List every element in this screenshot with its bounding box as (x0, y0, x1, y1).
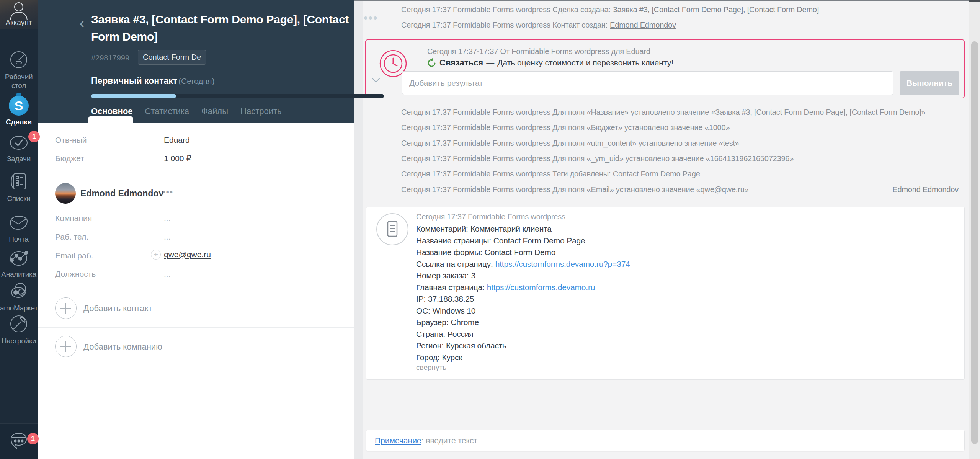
note-line: Регион:Курская область (416, 340, 630, 352)
field-row-email: Email раб. + qwe@qwe.ru (38, 251, 354, 263)
note-line: Номер заказа:3 (416, 270, 630, 282)
note-line: Главная страница:https://customforms.dev… (416, 282, 630, 294)
field-row-responsible: Отв-ный Eduard (38, 136, 354, 147)
field-value[interactable]: Eduard (164, 136, 190, 145)
pipeline-progress-fill (91, 94, 176, 98)
task-result-input[interactable] (402, 71, 893, 95)
feed-event: Сегодня 17:37 Formidable Forms wordpress… (401, 5, 959, 16)
sidebar-item-amomarket[interactable]: amoМаркет (0, 282, 38, 312)
field-value[interactable]: ... (164, 270, 171, 279)
contact-name[interactable]: Edmond Edmondov (80, 188, 163, 199)
note-input-bar[interactable]: Примечание: введите текст (366, 430, 965, 451)
add-contact-label: Добавить контакт (83, 304, 152, 314)
lead-title[interactable]: Заявка #3, [Contact Form Demo Page], [Co… (91, 11, 351, 45)
more-menu-icon[interactable]: ••• (364, 11, 378, 25)
task-line: Связаться — Дать оценку стоимости и пере… (427, 58, 673, 68)
event-contact-link[interactable]: Edmond Edmondov (892, 185, 959, 196)
divider (38, 366, 354, 366)
tab-statistics[interactable]: Статистика (145, 106, 189, 116)
field-value[interactable]: 1 000 ₽ (164, 154, 191, 163)
account-avatar-icon (7, 1, 30, 20)
sidebar-item-settings[interactable]: Настройки (0, 315, 38, 345)
lead-tabs: Основное Статистика Файлы Настроить (91, 106, 282, 116)
tab-main[interactable]: Основное (91, 106, 133, 116)
note-line: Название страницы:Contact Form Demo Page (416, 235, 630, 247)
contact-email-link[interactable]: qwe@qwe.ru (164, 250, 211, 259)
amocrm-app: Аккаунт Рабочий стол S Сделки (0, 0, 980, 459)
feed-event: Сегодня 17:37 Formidable Forms wordpress… (401, 123, 959, 134)
event-text: Сегодня 17:37 Formidable Forms wordpress… (401, 123, 730, 134)
contact-avatar[interactable] (55, 183, 76, 204)
divider (38, 178, 354, 178)
feed-event: Сегодня 17:37 Formidable Forms wordpress… (401, 170, 959, 180)
note-placeholder: : введите текст (421, 436, 477, 445)
note-collapse-link[interactable]: свернуть (416, 363, 446, 372)
account-label: Аккаунт (0, 18, 38, 27)
sidebar-item-label: amoМаркет (0, 304, 38, 312)
sidebar-item-lists[interactable]: Списки (0, 172, 38, 203)
scrollbar-thumb[interactable] (971, 41, 978, 444)
chat-icon[interactable]: 1 (9, 431, 29, 451)
chat-badge: 1 (27, 433, 39, 444)
scrollbar-track[interactable] (969, 0, 980, 459)
task-complete-button[interactable]: Выполнить (900, 71, 959, 95)
sidebar-item-analytics[interactable]: Аналитика (0, 250, 38, 279)
tab-files[interactable]: Файлы (201, 106, 228, 116)
pipeline-date: (Сегодня) (178, 77, 214, 86)
field-label: Раб. тел. (55, 232, 88, 242)
plus-icon (55, 297, 77, 319)
sidebar-item-label: Задачи (0, 154, 38, 163)
note-line: Ссылка на страницу:https://customforms.d… (416, 258, 630, 270)
lead-tag-chip[interactable]: Contact Form De (138, 50, 206, 65)
field-label: Отв-ный (55, 136, 87, 145)
task-meta: Сегодня 17:37-17:37 От Formidable Forms … (427, 47, 650, 56)
add-company-button[interactable]: Добавить компанию (38, 327, 354, 366)
note-line: ОС:Windows 10 (416, 305, 630, 317)
sidebar-item-account[interactable]: Аккаунт (0, 0, 38, 29)
tab-setup[interactable]: Настроить (240, 106, 282, 116)
sidebar-item-mail[interactable]: Почта (0, 214, 38, 243)
event-text: Сегодня 17:37 Formidable Forms wordpress… (401, 185, 749, 196)
pipeline-status[interactable]: Первичный контакт (91, 76, 177, 86)
add-contact-button[interactable]: Добавить контакт (38, 289, 354, 327)
event-text: Сегодня 17:37 Formidable Forms wordpress… (401, 154, 794, 165)
note-line: Название формы:Contact Form Demo (416, 247, 630, 258)
top-border-line (354, 0, 980, 1)
sidebar-item-label: Списки (0, 194, 38, 203)
field-label: Email раб. (55, 251, 93, 260)
task-type[interactable]: Связаться (439, 58, 483, 68)
feed-event: Сегодня 17:37 Formidable Forms wordpress… (401, 139, 959, 150)
field-label: Должность (55, 270, 96, 279)
event-text: Сегодня 17:37 Formidable Forms wordpress… (401, 170, 700, 180)
lead-panel: ‹ Заявка #3, [Contact Form Demo Page], [… (38, 0, 354, 459)
field-value[interactable]: ... (164, 232, 171, 242)
event-text: Сегодня 17:37 Formidable Forms wordpress… (401, 139, 739, 150)
sidebar-item-tasks[interactable]: 1 Задачи (0, 135, 38, 163)
home-url-link[interactable]: https://customforms.devamo.ru (487, 283, 595, 292)
event-lead-link[interactable]: Заявка #3, [Contact Form Demo Page], [Co… (613, 5, 819, 16)
active-tab-indicator (88, 116, 133, 124)
note-type-link[interactable]: Примечание (375, 436, 421, 445)
note-document-icon (376, 213, 408, 245)
field-value[interactable]: ... (164, 214, 171, 223)
field-label: Компания (55, 214, 92, 223)
panel-gutter (354, 0, 363, 459)
pipeline-progress (91, 94, 384, 98)
field-label: Бюджет (55, 154, 84, 163)
back-icon[interactable]: ‹ (80, 15, 84, 31)
event-text: Сегодня 17:37 Formidable Forms wordpress… (401, 21, 608, 31)
add-company-label: Добавить компанию (83, 342, 162, 352)
add-email-icon[interactable]: + (151, 250, 161, 260)
note-line: Страна:Россия (416, 328, 630, 340)
mail-icon (9, 214, 29, 231)
plus-icon (55, 336, 77, 357)
page-url-link[interactable]: https://customforms.devamo.ru?p=374 (495, 260, 630, 268)
sidebar-item-deals[interactable]: S Сделки (0, 96, 38, 126)
chevron-down-icon[interactable] (371, 77, 381, 83)
sidebar-item-desktop[interactable]: Рабочий стол (0, 51, 38, 90)
scrollbar-top-edge (969, 0, 980, 2)
sidebar-item-label: Почта (0, 235, 38, 243)
lead-id: #29817999 (91, 54, 129, 62)
event-contact-link[interactable]: Edmond Edmondov (610, 21, 676, 31)
contact-more-icon[interactable]: ••• (162, 187, 173, 198)
